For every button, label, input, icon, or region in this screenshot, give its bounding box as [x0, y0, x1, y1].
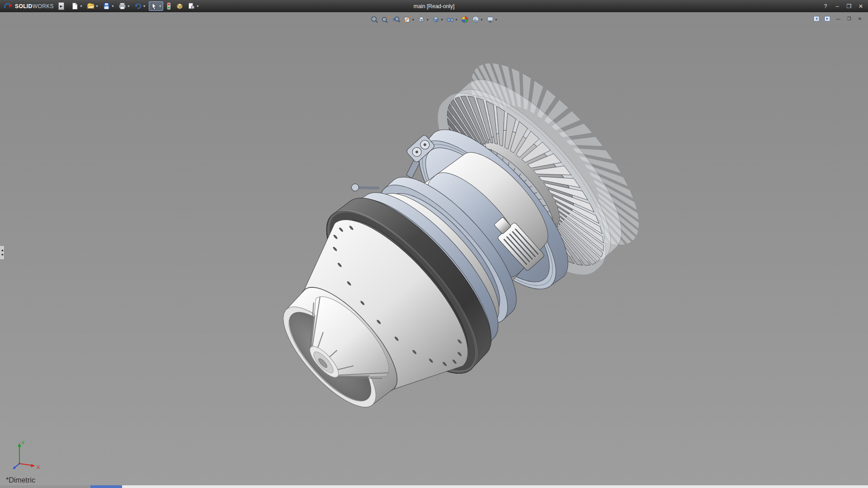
taskbar-sliver-gray — [0, 485, 90, 488]
zoom-to-fit-button[interactable] — [370, 15, 379, 24]
maximize-button[interactable]: ❐ — [844, 2, 854, 10]
reference-triad: YX — [13, 440, 40, 470]
undo-button[interactable]: ▼ — [133, 1, 147, 11]
previous-view-button[interactable] — [392, 15, 401, 24]
save-button[interactable]: ▼ — [101, 1, 116, 11]
headsup-view-toolbar: ▼ ▼ ▼ — [370, 15, 498, 24]
svg-text:X: X — [37, 465, 40, 470]
collapse-arrow-icon: ◀ — [1, 253, 3, 257]
box-icon — [176, 2, 184, 10]
minimize-button[interactable]: – — [833, 2, 842, 10]
view-orientation-button[interactable]: ▼ — [417, 15, 429, 24]
collapse-arrow-icon: ◀ — [1, 249, 3, 253]
help-button[interactable]: ? — [821, 2, 830, 10]
print-button[interactable]: ▼ — [117, 1, 132, 11]
restore-icon[interactable]: ❐ — [845, 15, 853, 22]
document-title: main [Read-only] — [414, 3, 455, 9]
dropdown-caret[interactable]: ▼ — [159, 5, 162, 8]
dropdown-caret[interactable]: ▼ — [127, 5, 130, 8]
section-view-button[interactable]: ▼ — [402, 15, 415, 24]
open-icon — [87, 2, 94, 10]
svg-text:Y: Y — [21, 440, 25, 446]
select-button[interactable]: ▼ — [149, 1, 163, 11]
window-controls: ? – ❐ ✕ — [821, 2, 865, 10]
box-button[interactable] — [175, 1, 185, 11]
jet-engine-model — [234, 39, 664, 459]
brand: SOLIDWORKS — [3, 3, 56, 10]
dropdown-caret[interactable]: ▼ — [143, 5, 146, 8]
new-document-button[interactable]: ▼ — [70, 1, 84, 11]
brand-text: SOLIDWORKS — [15, 3, 54, 9]
taskbar-sliver-blue — [90, 485, 122, 488]
save-icon — [103, 2, 110, 10]
dropdown-caret[interactable]: ▼ — [411, 18, 415, 21]
red-green-indicator-icon — [166, 2, 172, 10]
view-settings-button[interactable]: ▼ — [486, 15, 498, 24]
graphics-viewport[interactable]: YX — [0, 12, 868, 485]
hide-show-items-icon — [446, 15, 454, 23]
titlebar: SOLIDWORKS ▶ ▼ ▼ ▼ — [0, 0, 868, 12]
collapse-left-icon[interactable] — [813, 15, 820, 22]
open-button[interactable]: ▼ — [85, 1, 100, 11]
taskbar-sliver — [0, 485, 868, 488]
section-view-icon — [403, 15, 411, 23]
dropdown-caret[interactable]: ▼ — [495, 18, 498, 21]
solidworks-app: SOLIDWORKS ▶ ▼ ▼ ▼ — [0, 0, 868, 488]
display-style-button[interactable]: ▼ — [431, 15, 444, 24]
hide-show-items-button[interactable]: ▼ — [446, 15, 458, 24]
close-icon[interactable]: ✕ — [856, 15, 863, 22]
view-orientation-icon — [417, 15, 425, 23]
dropdown-caret[interactable]: ▼ — [480, 18, 483, 21]
apply-scene-icon — [472, 15, 480, 23]
view-orientation-label: *Dimetric — [6, 476, 35, 484]
edit-appearance-icon — [461, 15, 469, 23]
print-icon — [118, 2, 126, 10]
undo-icon — [134, 2, 142, 10]
taskbar-sliver-light — [122, 485, 868, 488]
dropdown-caret[interactable]: ▼ — [196, 5, 199, 8]
zoom-to-fit-icon — [370, 15, 378, 23]
collapse-right-icon[interactable] — [824, 15, 831, 22]
main-toolbar: ▼ ▼ ▼ ▼ — [70, 1, 201, 11]
dassault-systemes-logo-icon — [4, 3, 13, 10]
previous-view-icon — [392, 15, 400, 23]
model-scene[interactable]: YX — [0, 12, 868, 485]
brand-flyout-arrow[interactable]: ▶ — [58, 2, 64, 10]
minimize-icon[interactable]: — — [835, 15, 842, 22]
dropdown-caret[interactable]: ▼ — [455, 18, 458, 21]
edit-appearance-button[interactable] — [460, 15, 469, 24]
new-document-icon — [71, 2, 79, 10]
dropdown-caret[interactable]: ▼ — [95, 5, 99, 8]
select-icon — [150, 2, 158, 10]
red-green-indicator-button[interactable] — [165, 1, 173, 11]
view-settings-icon — [486, 15, 494, 23]
dropdown-caret[interactable]: ▼ — [426, 18, 429, 21]
options-icon — [188, 2, 195, 10]
options-button[interactable]: ▼ — [186, 1, 201, 11]
apply-scene-button[interactable]: ▼ — [471, 15, 484, 24]
dropdown-caret[interactable]: ▼ — [80, 5, 83, 8]
feature-panel-splitter[interactable]: ◀ ◀ — [0, 245, 5, 260]
close-button[interactable]: ✕ — [856, 2, 865, 10]
zoom-to-area-icon — [381, 15, 389, 23]
dropdown-caret[interactable]: ▼ — [111, 5, 114, 8]
zoom-to-area-button[interactable] — [381, 15, 390, 24]
dropdown-caret[interactable]: ▼ — [440, 18, 443, 21]
document-window-controls: — ❐ ✕ — [813, 15, 863, 22]
display-style-icon — [432, 15, 440, 23]
